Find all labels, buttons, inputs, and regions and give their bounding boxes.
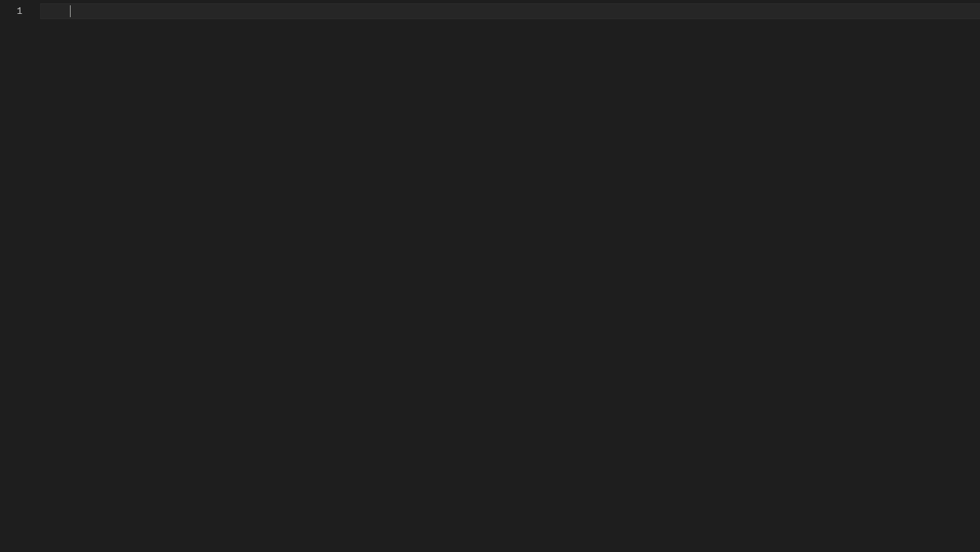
code-line[interactable]: 1 (0, 4, 980, 18)
line-number: 1 (0, 4, 41, 18)
code-editor[interactable]: 1 (0, 0, 980, 552)
text-cursor (70, 5, 71, 17)
line-content[interactable] (41, 4, 980, 18)
